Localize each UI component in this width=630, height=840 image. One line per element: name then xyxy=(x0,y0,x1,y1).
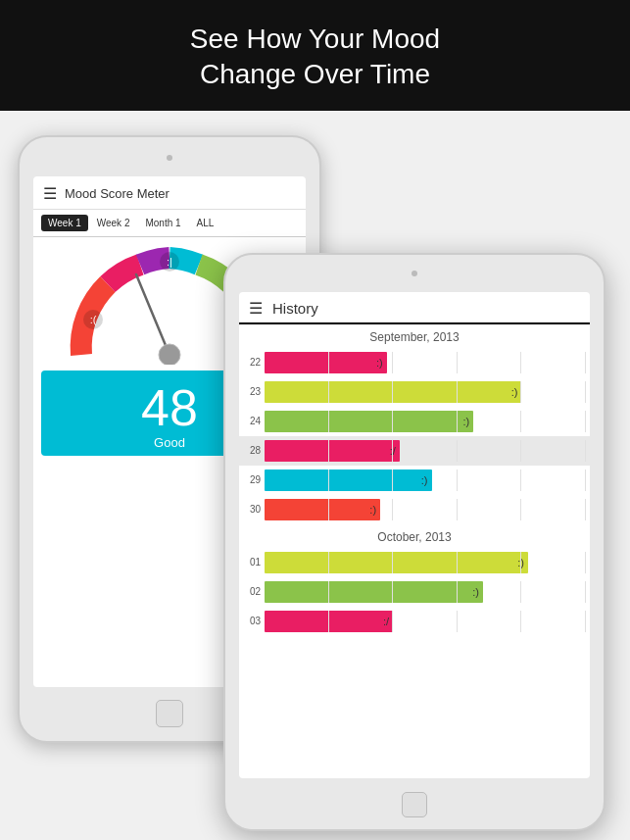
bar-fill: :) xyxy=(265,552,528,573)
msm-tabs: Week 1 Week 2 Month 1 ALL xyxy=(33,210,306,237)
svg-text::(: :( xyxy=(90,314,97,325)
bar-fill: :/ xyxy=(265,440,400,462)
bar-fill: :) xyxy=(265,352,387,373)
bar-emoji: :) xyxy=(511,386,518,398)
hist-content[interactable]: September, 201322:)23:)24:)28:/29:)30:)O… xyxy=(239,324,590,775)
bar-fill: :) xyxy=(265,499,380,520)
month-label: September, 2013 xyxy=(239,324,590,348)
bar-row[interactable]: 29:) xyxy=(239,466,590,495)
bar-emoji: :/ xyxy=(390,445,396,457)
msm-tab-week1[interactable]: Week 1 xyxy=(41,215,88,231)
header-section: See How Your Mood Change Over Time xyxy=(0,0,630,111)
bar-fill: :) xyxy=(265,381,521,403)
hist-menu-icon[interactable]: ☰ xyxy=(249,299,263,318)
bar-row[interactable]: 01:) xyxy=(239,548,590,577)
bar-track: :/ xyxy=(265,611,586,632)
bar-track: :) xyxy=(265,469,586,491)
hist-header: ☰ History xyxy=(239,292,590,324)
bar-row[interactable]: 22:) xyxy=(239,348,590,377)
bar-row[interactable]: 28:/ xyxy=(239,436,590,466)
bar-day-label: 23 xyxy=(243,386,265,397)
bar-day-label: 03 xyxy=(243,616,265,626)
bar-track: :) xyxy=(265,381,586,403)
bar-emoji: :) xyxy=(369,504,376,516)
header-line2: Change Over Time xyxy=(200,59,430,89)
bar-fill: :/ xyxy=(265,611,393,632)
bar-emoji: :/ xyxy=(383,616,389,627)
ipad-front-screen: ☰ History September, 201322:)23:)24:)28:… xyxy=(239,292,590,778)
bar-row[interactable]: 03:/ xyxy=(239,607,590,636)
bar-day-label: 29 xyxy=(243,474,265,485)
ipad-front: ☰ History September, 201322:)23:)24:)28:… xyxy=(223,253,606,831)
month-label: October, 2013 xyxy=(239,524,590,548)
ipad-back-home-button[interactable] xyxy=(156,700,183,727)
bar-track: :/ xyxy=(265,440,586,462)
bar-day-label: 22 xyxy=(243,357,265,368)
bar-track: :) xyxy=(265,499,586,520)
bar-track: :) xyxy=(265,352,586,373)
bar-emoji: :) xyxy=(376,357,383,369)
bar-track: :) xyxy=(265,552,586,573)
svg-line-6 xyxy=(136,274,170,355)
hist-app-title: History xyxy=(272,300,318,317)
header-line1: See How Your Mood xyxy=(190,24,440,54)
bar-fill: :) xyxy=(265,411,473,432)
header-title: See How Your Mood Change Over Time xyxy=(39,22,591,93)
ipad-back-camera xyxy=(167,155,172,161)
bar-day-label: 30 xyxy=(243,504,265,515)
ipad-front-camera xyxy=(412,271,417,276)
bar-row[interactable]: 30:) xyxy=(239,495,590,524)
bar-day-label: 01 xyxy=(243,557,265,568)
bar-day-label: 24 xyxy=(243,416,265,426)
bar-emoji: :) xyxy=(462,416,469,427)
bar-fill: :) xyxy=(265,581,483,603)
bar-day-label: 28 xyxy=(243,445,265,456)
msm-tab-all[interactable]: ALL xyxy=(190,215,221,231)
bar-emoji: :) xyxy=(517,557,524,568)
bar-track: :) xyxy=(265,411,586,432)
bar-day-label: 02 xyxy=(243,586,265,597)
svg-text::|: :| xyxy=(167,256,172,268)
msm-app-title: Mood Score Meter xyxy=(65,186,170,201)
msm-menu-icon[interactable]: ☰ xyxy=(43,184,57,203)
msm-tab-week2[interactable]: Week 2 xyxy=(90,215,137,231)
bar-emoji: :) xyxy=(472,586,479,598)
svg-point-7 xyxy=(159,344,180,365)
bar-row[interactable]: 02:) xyxy=(239,577,590,607)
bar-row[interactable]: 24:) xyxy=(239,407,590,436)
devices-area: ☰ Mood Score Meter Week 1 Week 2 Month 1… xyxy=(0,111,630,840)
bar-emoji: :) xyxy=(421,474,428,486)
ipad-front-home-button[interactable] xyxy=(402,792,427,817)
msm-tab-month1[interactable]: Month 1 xyxy=(138,215,187,231)
bar-track: :) xyxy=(265,581,586,603)
msm-header: ☰ Mood Score Meter xyxy=(33,176,306,210)
bar-fill: :) xyxy=(265,469,432,491)
bar-row[interactable]: 23:) xyxy=(239,377,590,407)
